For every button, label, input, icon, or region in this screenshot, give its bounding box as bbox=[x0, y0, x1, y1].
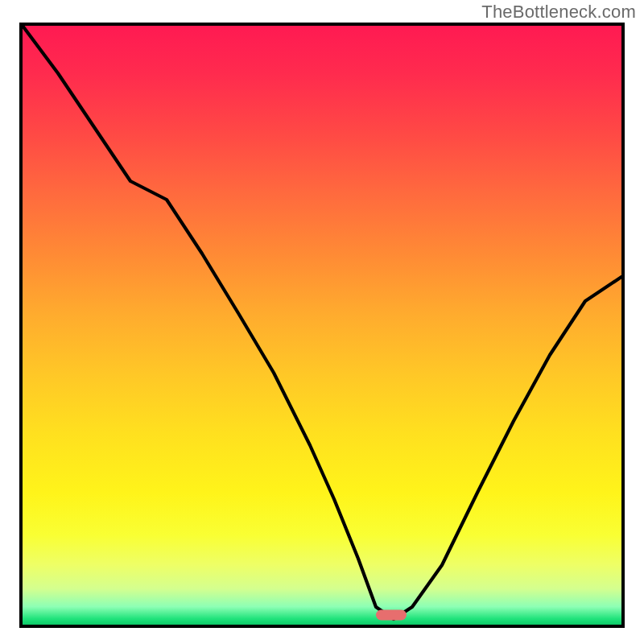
bottleneck-curve-svg bbox=[23, 26, 621, 625]
plot-area bbox=[19, 23, 625, 628]
optimal-point-marker bbox=[376, 610, 407, 621]
bottleneck-curve-path bbox=[23, 26, 621, 619]
watermark-text: TheBottleneck.com bbox=[481, 2, 636, 23]
chart-container: TheBottleneck.com bbox=[0, 0, 644, 644]
